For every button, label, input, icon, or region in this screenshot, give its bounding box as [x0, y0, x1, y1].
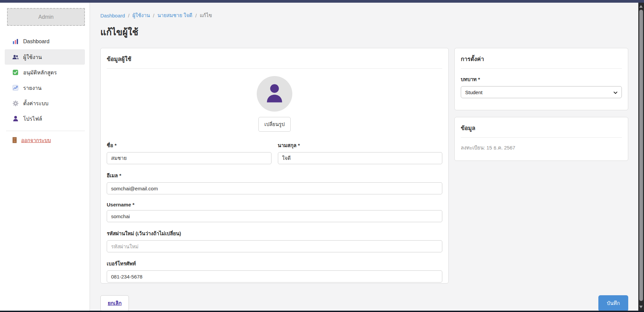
brand-box: Admin — [7, 8, 85, 26]
vertical-scrollbar[interactable] — [638, 3, 644, 311]
last-name-label: นามสกุล * — [278, 141, 443, 149]
door-icon — [12, 137, 17, 144]
gear-icon — [12, 100, 19, 107]
page-title: แก้ไขผู้ใช้ — [100, 25, 628, 39]
top-window-bar — [0, 0, 644, 3]
breadcrumb-link-dashboard[interactable]: Dashboard — [100, 13, 125, 18]
sidebar-item-system-settings[interactable]: ตั้งค่าระบบ — [0, 96, 90, 111]
last-name-group: นามสกุล * — [278, 141, 443, 164]
required-asterisk: * — [119, 173, 121, 178]
new-password-field[interactable] — [107, 240, 442, 252]
content-columns: ข้อมูลผู้ใช้ เปลี่ยนรูป — [100, 48, 628, 284]
chevron-down-icon — [613, 89, 617, 95]
role-select-value: Student — [465, 89, 483, 95]
breadcrumb: Dashboard / ผู้ใช้งาน / นายสมชาย ใจดี / … — [100, 11, 628, 19]
avatar-section: เปลี่ยนรูป — [107, 76, 442, 132]
change-photo-button[interactable]: เปลี่ยนรูป — [258, 117, 291, 132]
sidebar-item-reports[interactable]: รายงาน — [0, 80, 90, 96]
settings-card-title: การตั้งค่า — [461, 54, 622, 63]
sidebar-divider — [6, 131, 85, 131]
logout-button[interactable]: ออกจากระบบ — [0, 136, 90, 144]
user-form: ชื่อ * นามสกุล * อ — [107, 141, 442, 283]
username-field[interactable] — [107, 210, 442, 222]
breadcrumb-link-users[interactable]: ผู้ใช้งาน — [133, 11, 150, 19]
brand-label: Admin — [38, 14, 53, 20]
save-button[interactable]: บันทึก — [598, 295, 628, 311]
phone-field[interactable] — [107, 270, 442, 283]
bottom-window-bar — [0, 311, 644, 312]
sidebar-item-label: Dashboard — [23, 39, 49, 45]
role-label: บทบาท * — [461, 75, 622, 83]
card-divider — [107, 68, 442, 69]
sidebar-item-users[interactable]: ผู้ใช้งาน — [5, 49, 85, 65]
main-content: Dashboard / ผู้ใช้งาน / นายสมชาย ใจดี / … — [90, 3, 638, 311]
last-name-field[interactable] — [278, 152, 443, 164]
breadcrumb-current: แก้ไข — [200, 11, 212, 19]
user-info-card-title: ข้อมูลผู้ใช้ — [107, 54, 442, 63]
person-icon — [265, 83, 284, 105]
new-password-group: รหัสผ่านใหม่ (เว้นว่างถ้าไม่เปลี่ยน) — [107, 230, 442, 252]
user-info-card: ข้อมูลผู้ใช้ เปลี่ยนรูป — [100, 48, 449, 284]
username-label: Username * — [107, 202, 442, 207]
first-name-field[interactable] — [107, 152, 271, 164]
required-asterisk: * — [298, 142, 300, 148]
email-group: อีเมล * — [107, 172, 442, 194]
trend-icon — [12, 84, 19, 91]
email-label: อีเมล * — [107, 172, 442, 180]
required-asterisk: * — [133, 202, 135, 207]
bar-chart-icon — [12, 38, 19, 45]
breadcrumb-separator: / — [195, 13, 197, 18]
scrollbar-thumb[interactable] — [639, 10, 643, 301]
first-name-label: ชื่อ * — [107, 141, 271, 149]
phone-group: เบอร์โทรศัพท์ — [107, 260, 442, 283]
person-icon — [12, 115, 19, 122]
info-card: ข้อมูล ลงทะเบียน: 15 ธ.ค. 2567 — [454, 117, 628, 161]
role-select[interactable]: Student — [461, 86, 622, 98]
info-card-title: ข้อมูล — [461, 123, 622, 132]
sidebar-item-label: ผู้ใช้งาน — [23, 53, 42, 61]
new-password-label: รหัสผ่านใหม่ (เว้นว่างถ้าไม่เปลี่ยน) — [107, 230, 442, 238]
sidebar-menu: Dashboard ผู้ใช้งาน อนุมัติหลักสูตร — [0, 34, 90, 126]
sidebar-item-profile[interactable]: โปรไฟล์ — [0, 111, 90, 126]
email-field[interactable] — [107, 182, 442, 194]
breadcrumb-link-user-name[interactable]: นายสมชาย ใจดี — [157, 11, 192, 19]
sidebar-item-dashboard[interactable]: Dashboard — [0, 34, 90, 49]
first-name-group: ชื่อ * — [107, 141, 271, 164]
sidebar-item-label: ตั้งค่าระบบ — [23, 99, 48, 108]
username-group: Username * — [107, 202, 442, 222]
scroll-up-arrow-icon[interactable] — [639, 5, 643, 8]
settings-card: การตั้งค่า บทบาท * Student — [454, 48, 628, 110]
sidebar: Admin Dashboard ผู้ใช้งา — [0, 3, 90, 311]
card-divider — [461, 68, 622, 69]
check-icon — [12, 69, 19, 76]
users-icon — [12, 54, 19, 60]
sidebar-item-label: อนุมัติหลักสูตร — [23, 68, 57, 77]
side-column: การตั้งค่า บทบาท * Student ข้อมูล — [454, 48, 628, 161]
card-divider — [461, 137, 622, 138]
phone-label: เบอร์โทรศัพท์ — [107, 260, 442, 268]
logout-label: ออกจากระบบ — [21, 136, 51, 144]
cancel-button[interactable]: ยกเลิก — [100, 295, 129, 311]
required-asterisk: * — [478, 76, 480, 82]
sidebar-item-label: รายงาน — [23, 84, 42, 92]
avatar — [257, 76, 292, 112]
breadcrumb-separator: / — [128, 13, 129, 18]
sidebar-item-approve-courses[interactable]: อนุมัติหลักสูตร — [0, 65, 90, 80]
form-actions: ยกเลิก บันทึก — [100, 295, 628, 311]
scroll-down-arrow-icon[interactable] — [639, 306, 643, 308]
required-asterisk: * — [114, 142, 116, 148]
sidebar-item-label: โปรไฟล์ — [23, 115, 42, 123]
registered-date-text: ลงทะเบียน: 15 ธ.ค. 2567 — [461, 144, 622, 152]
breadcrumb-separator: / — [153, 13, 154, 18]
